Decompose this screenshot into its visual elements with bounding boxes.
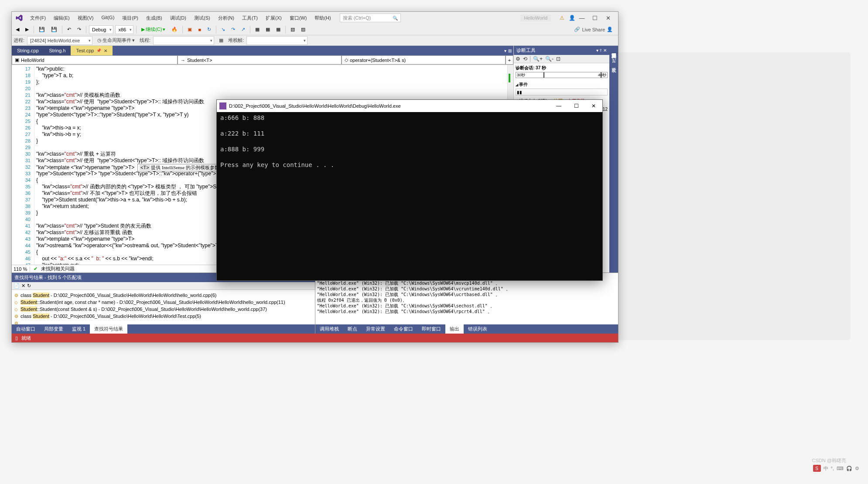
toolbar-misc-icon[interactable]: ▨ <box>299 25 308 34</box>
menu-item[interactable]: 编辑(E) <box>50 13 73 23</box>
file-tab[interactable]: Test.cpp 📌 ✕ <box>71 46 113 55</box>
output-tab[interactable]: 错误列表 <box>464 324 492 334</box>
find-new-icon[interactable]: 📄 <box>14 283 20 289</box>
nav-add-button[interactable]: + <box>506 55 513 65</box>
nav-member-dropdown[interactable]: ◇ operator+(Student<T>& s) <box>342 55 506 65</box>
bell-icon[interactable]: ⚠ <box>560 15 564 21</box>
maximize-button[interactable]: ☐ <box>588 15 601 21</box>
console-body: a:666 b: 888 a:222 b: 111 a:888 b: 999 P… <box>217 112 602 280</box>
menu-item[interactable]: 工具(T) <box>239 13 261 23</box>
menu-item[interactable]: 调试(D) <box>167 13 190 23</box>
restart-icon[interactable]: ↻ <box>205 25 213 34</box>
nav-project-dropdown[interactable]: ▣ HelloWorld <box>12 55 178 65</box>
zoom-level[interactable]: 110 % <box>14 266 30 272</box>
undo-button[interactable]: ↶ <box>65 25 73 34</box>
file-tab[interactable]: String.h <box>44 46 71 55</box>
menu-item[interactable]: 分析(N) <box>215 13 238 23</box>
bottom-tab[interactable]: 局部变量 <box>40 324 68 334</box>
title-search-input[interactable]: 搜索 (Ctrl+Q) <box>340 14 401 22</box>
nav-scope-dropdown[interactable]: → Student<T> <box>178 55 342 65</box>
output-tab[interactable]: 调用堆栈 <box>315 324 343 334</box>
find-result-item[interactable]: ⚙class Student - D:\002_Project\006_Visu… <box>14 313 313 320</box>
step-out-icon[interactable]: ↗ <box>239 25 247 34</box>
user-icon[interactable]: 👤 <box>569 15 575 21</box>
menu-item[interactable]: 测试(S) <box>191 13 214 23</box>
toolbar-misc-icon[interactable]: ▧ <box>288 25 297 34</box>
file-tab[interactable]: String.cpp <box>12 46 44 55</box>
menu-item[interactable]: 文件(F) <box>27 13 49 23</box>
close-button[interactable]: ✕ <box>601 15 615 21</box>
tab-dropdown-icon[interactable]: ▾ <box>504 48 506 53</box>
find-clear-icon[interactable]: ✕ <box>21 283 25 289</box>
config-dropdown[interactable]: Debug <box>89 25 113 34</box>
output-tab[interactable]: 异常设置 <box>362 324 390 334</box>
output-tab[interactable]: 输出 <box>445 324 464 334</box>
console-minimize-button[interactable]: — <box>550 100 567 112</box>
diag-settings-icon[interactable]: ⚙ <box>516 56 520 62</box>
diag-reset-icon[interactable]: ⟲ <box>523 56 527 62</box>
ime-punct-icon[interactable]: °, <box>831 466 834 471</box>
toolbar-misc-icon[interactable]: ▦ <box>274 25 283 34</box>
lifecycle-events-button[interactable]: ◷ 生命周期事件 ▾ <box>95 36 137 45</box>
find-result-item[interactable]: ⚙ <box>14 320 313 324</box>
ime-sound-icon[interactable]: 🎧 <box>846 466 852 471</box>
continue-button[interactable]: ▶ 继续(C) ▾ <box>139 25 167 34</box>
bottom-tab[interactable]: 监视 1 <box>68 324 90 334</box>
status-bar: ▯ 就绪 <box>12 334 618 342</box>
redo-button[interactable]: ↷ <box>75 25 83 34</box>
diag-zoomout-icon[interactable]: 🔍- <box>545 56 554 62</box>
thread-dropdown[interactable] <box>153 36 214 45</box>
find-result-item[interactable]: ◇Student::Student(const Student & s) - D… <box>14 306 313 313</box>
thread-toggle-icon[interactable]: ▦ <box>217 36 226 44</box>
step-over-icon[interactable]: ↷ <box>229 25 237 34</box>
output-tab[interactable]: 即时窗口 <box>417 324 445 334</box>
toolbar-misc-icon[interactable]: ▦ <box>263 25 272 34</box>
minimize-button[interactable]: — <box>575 15 588 21</box>
tab-menu-icon[interactable]: ⊞ <box>508 48 512 53</box>
menu-item[interactable]: 窗口(W) <box>286 13 311 23</box>
hot-reload-icon[interactable]: 🔥 <box>169 25 180 34</box>
right-vtab[interactable]: 解决方案资源管理器 <box>609 46 618 53</box>
output-tab[interactable]: 断点 <box>343 324 362 334</box>
step-into-icon[interactable]: ↘ <box>219 25 227 34</box>
ime-tool-icon[interactable]: ⌨ <box>837 466 844 471</box>
diag-timeline[interactable]: 30秒 40秒 <box>516 72 608 78</box>
menu-item[interactable]: 视图(V) <box>74 13 97 23</box>
stackframe-dropdown[interactable] <box>246 36 308 45</box>
nav-back-button[interactable]: ◀ <box>14 25 21 34</box>
find-result-item[interactable]: ⚙class Student - D:\002_Project\006_Visu… <box>14 292 313 299</box>
live-share-label: Live Share <box>582 27 605 32</box>
ime-s-icon[interactable]: S <box>813 465 821 472</box>
diagnostics-pin-icon[interactable]: ▾ ⫯ ✕ <box>596 48 607 53</box>
right-vtab[interactable]: Git 更改 <box>609 53 618 68</box>
menu-item[interactable]: 帮助(H) <box>311 13 334 23</box>
break-all-icon[interactable]: ▣ <box>185 25 194 34</box>
output-tab[interactable]: 命令窗口 <box>390 324 417 334</box>
platform-dropdown[interactable]: x86 <box>115 25 133 34</box>
find-result-item[interactable]: ◇Student::Student(int age, const char * … <box>14 299 313 306</box>
menu-item[interactable]: 生成(B) <box>143 13 166 23</box>
find-refresh-icon[interactable]: ↻ <box>27 283 31 289</box>
console-close-button[interactable]: ✕ <box>585 100 602 112</box>
console-maximize-button[interactable]: ☐ <box>567 100 585 112</box>
nav-fwd-button[interactable]: ▶ <box>23 25 31 34</box>
toolbar-misc-icon[interactable]: ▦ <box>253 25 262 34</box>
pause-icon[interactable]: ▮▮ <box>517 90 522 95</box>
menu-item[interactable]: Git(G) <box>98 13 118 23</box>
diag-zoomin-icon[interactable]: 🔍+ <box>533 56 543 62</box>
lifecycle-label: 生命周期事件 <box>103 37 131 44</box>
diag-events-header[interactable]: 事件 <box>516 81 608 89</box>
bottom-tab[interactable]: 自动窗口 <box>12 324 40 334</box>
live-share-button[interactable]: 🔗 Live Share 👤 <box>571 27 616 32</box>
menu-item[interactable]: 扩展(X) <box>262 13 285 23</box>
ime-settings-icon[interactable]: ⚙ <box>855 466 859 471</box>
menu-item[interactable]: 项目(P) <box>119 13 142 23</box>
diag-fit-icon[interactable]: ⊡ <box>556 56 560 62</box>
save-all-button[interactable]: 💾 <box>49 25 59 34</box>
diag-events-row[interactable]: ▮▮ <box>516 89 608 95</box>
process-dropdown[interactable]: [24824] HelloWorld.exe <box>27 36 92 45</box>
bottom-tab[interactable]: 查找符号结果 <box>90 324 127 334</box>
save-button[interactable]: 💾 <box>37 25 47 34</box>
ime-lang-icon[interactable]: 中 <box>824 465 828 472</box>
stop-icon[interactable]: ■ <box>196 26 203 34</box>
